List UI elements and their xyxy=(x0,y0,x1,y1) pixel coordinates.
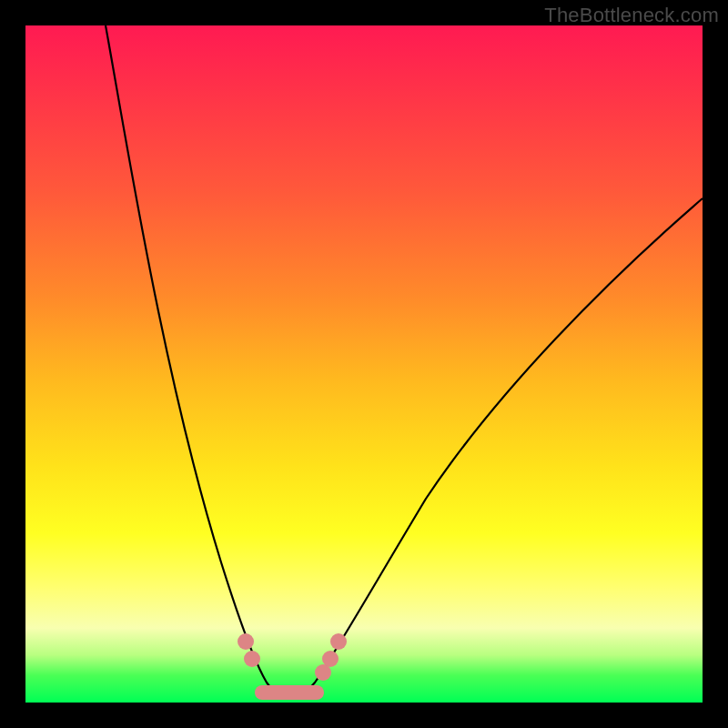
bottleneck-curve xyxy=(106,25,703,694)
curve-svg xyxy=(25,25,703,703)
right-marker-2 xyxy=(322,651,339,667)
watermark-text: TheBottleneck.com xyxy=(544,4,719,27)
outer-frame: TheBottleneck.com xyxy=(0,0,728,728)
left-marker-2 xyxy=(244,651,260,667)
right-marker-3 xyxy=(330,633,347,650)
left-marker-1 xyxy=(238,633,254,650)
plot-area xyxy=(25,25,703,703)
